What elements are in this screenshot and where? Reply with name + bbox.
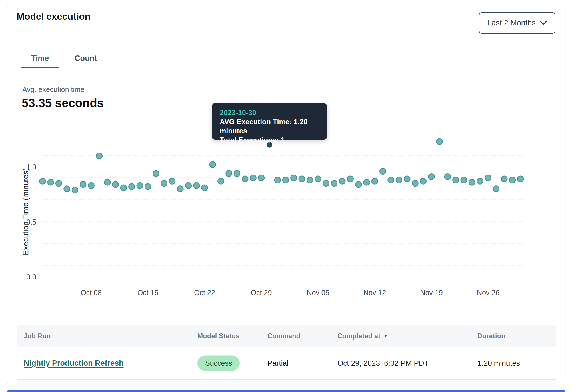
chart-point[interactable] xyxy=(275,177,281,183)
y-tick-label: 1.0 xyxy=(26,163,36,171)
tabs-divider xyxy=(17,68,556,68)
chart-point[interactable] xyxy=(104,179,110,185)
column-duration: Duration xyxy=(477,325,505,347)
next-section-top-edge xyxy=(7,390,565,392)
date-range-label: Last 2 Months xyxy=(487,19,536,27)
chart-point[interactable] xyxy=(428,174,434,180)
chart-point[interactable] xyxy=(380,168,386,174)
chart-point[interactable] xyxy=(323,180,329,186)
date-range-dropdown[interactable]: Last 2 Months xyxy=(479,12,555,34)
model-status-cell: Success xyxy=(197,355,240,371)
table-row: Nightly Production Refresh Success Parti… xyxy=(17,347,556,379)
chart-point[interactable] xyxy=(291,175,297,181)
chart-point[interactable] xyxy=(283,177,289,183)
chart-point[interactable] xyxy=(80,181,86,187)
chart-point[interactable] xyxy=(404,176,410,182)
tab-count[interactable]: Count xyxy=(66,49,105,67)
chart-point[interactable] xyxy=(258,175,264,181)
chart-point[interactable] xyxy=(420,178,426,184)
table-header: Job Run Model Status Command Completed a… xyxy=(17,325,556,347)
chart-point[interactable] xyxy=(372,178,378,184)
chart-point[interactable] xyxy=(331,180,337,186)
chart-tabs: Time Count xyxy=(21,49,105,67)
chart-tooltip: 2023-10-30 AVG Execution Time: 1.20 minu… xyxy=(212,103,327,140)
x-tick-label: Oct 15 xyxy=(137,289,159,297)
command-cell: Partial xyxy=(267,359,289,367)
chart-point[interactable] xyxy=(347,176,353,182)
chart-point[interactable] xyxy=(177,186,183,192)
column-command: Command xyxy=(267,325,300,347)
chart-point[interactable] xyxy=(364,179,370,185)
chart-point[interactable] xyxy=(485,175,491,181)
chart-point[interactable] xyxy=(64,186,70,192)
active-tab-indicator xyxy=(21,67,59,68)
column-model-status: Model Status xyxy=(197,325,240,347)
chart-point[interactable] xyxy=(48,179,54,185)
chart-point[interactable] xyxy=(509,177,515,183)
model-execution-card: Model execution Last 2 Months Time Count… xyxy=(7,3,565,386)
x-tick-label: Oct 08 xyxy=(81,289,102,297)
sort-desc-icon: ▼ xyxy=(383,325,388,347)
chart-point[interactable] xyxy=(234,171,240,177)
column-job-run: Job Run xyxy=(24,325,51,347)
chart-point[interactable] xyxy=(210,162,216,168)
y-tick-label: 0.0 xyxy=(26,273,36,281)
chart-point[interactable] xyxy=(517,176,523,182)
x-tick-label: Oct 29 xyxy=(251,289,272,297)
chart-point[interactable] xyxy=(307,177,313,183)
chart-point[interactable] xyxy=(445,174,451,180)
chart-point[interactable] xyxy=(242,176,248,182)
chart-point[interactable] xyxy=(355,181,361,187)
chart-point[interactable] xyxy=(40,178,46,184)
chart-point[interactable] xyxy=(226,171,232,177)
kpi-label: Avg. execution time xyxy=(22,85,85,94)
chart-point[interactable] xyxy=(202,185,208,191)
chart-point[interactable] xyxy=(169,178,175,184)
chart-point[interactable] xyxy=(153,171,159,177)
chart-point[interactable] xyxy=(121,185,127,191)
duration-cell: 1.20 minutes xyxy=(477,359,520,367)
chart-point[interactable] xyxy=(469,179,475,185)
completed-at-cell: Oct 29, 2023, 6:02 PM PDT xyxy=(337,359,429,367)
chart-point[interactable] xyxy=(412,180,418,186)
chart-point[interactable] xyxy=(145,184,151,190)
chart-point[interactable] xyxy=(315,176,321,182)
chart-point[interactable] xyxy=(493,186,499,192)
tab-time[interactable]: Time xyxy=(21,49,59,67)
chart-point[interactable] xyxy=(137,183,143,189)
chart-point[interactable] xyxy=(388,177,394,183)
column-completed-at[interactable]: Completed at▼ xyxy=(337,325,388,347)
chart-point[interactable] xyxy=(96,153,102,159)
chart-point[interactable] xyxy=(88,183,94,189)
chart-point[interactable] xyxy=(453,177,459,183)
chart-point[interactable] xyxy=(299,176,305,182)
chart-point[interactable] xyxy=(339,178,345,184)
y-tick-label: 0.5 xyxy=(26,218,36,226)
job-run-link[interactable]: Nightly Production Refresh xyxy=(24,359,124,367)
chart-point[interactable] xyxy=(72,187,78,193)
execution-time-scatter-chart: 0.00.51.0Oct 08Oct 15Oct 22Oct 29Nov 05N… xyxy=(7,135,565,309)
chart-point[interactable] xyxy=(501,176,507,182)
chart-point[interactable] xyxy=(185,183,191,189)
chart-point[interactable] xyxy=(250,175,256,181)
kpi-value: 53.35 seconds xyxy=(22,96,104,110)
chart-point[interactable] xyxy=(477,178,483,184)
chart-point[interactable] xyxy=(193,183,199,189)
chart-point[interactable] xyxy=(461,177,467,183)
tooltip-total-executions: Total Executions: 1 xyxy=(220,135,319,145)
chart-point[interactable] xyxy=(56,180,62,186)
chart-point[interactable] xyxy=(129,184,135,190)
chart-point[interactable] xyxy=(161,180,167,186)
x-tick-label: Oct 22 xyxy=(194,289,215,297)
x-tick-label: Nov 05 xyxy=(307,289,329,297)
x-tick-label: Nov 12 xyxy=(363,289,386,297)
card-footer-strip xyxy=(17,380,556,387)
chart-point[interactable] xyxy=(437,139,443,145)
tooltip-date: 2023-10-30 xyxy=(220,108,319,117)
chart-point[interactable] xyxy=(396,177,402,183)
page-title: Model execution xyxy=(17,11,91,22)
status-badge: Success xyxy=(197,355,240,371)
chart-point[interactable] xyxy=(218,178,224,184)
tooltip-avg-execution: AVG Execution Time: 1.20 minutes xyxy=(220,117,319,135)
chart-point[interactable] xyxy=(113,181,119,187)
